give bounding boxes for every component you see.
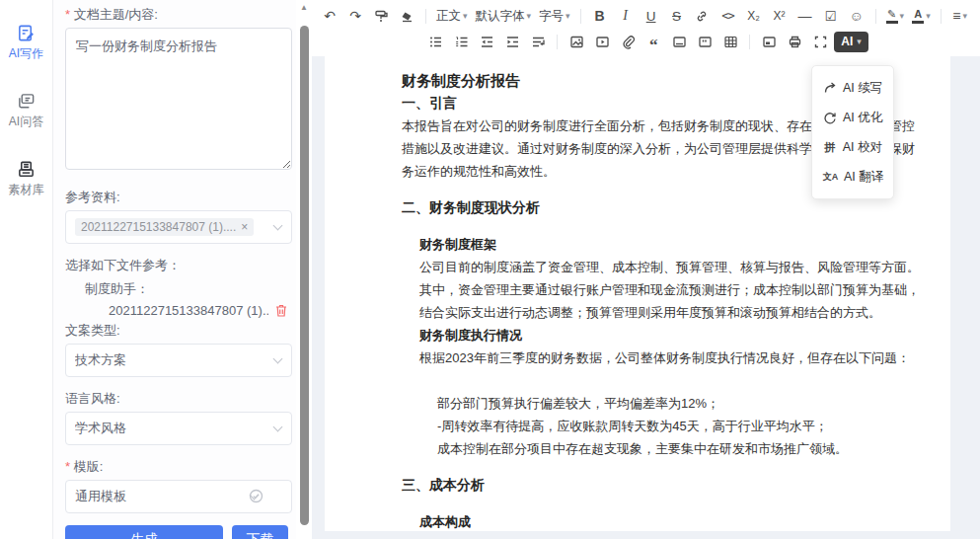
bold-icon[interactable]: B [588,5,612,27]
link-icon[interactable] [691,5,715,27]
doc-block: 财务制度框架 [419,233,924,256]
ai-translate-icon: 文A [823,171,838,184]
ai-writing-icon [17,24,36,42]
doc-block: 二、财务制度现状分析 [402,196,924,219]
indent-icon[interactable] [500,31,524,52]
remove-tag-icon[interactable]: × [241,220,248,234]
ai-optimize-icon [823,111,837,124]
reference-tag-text: 2021122715133847807 (1).... [81,220,236,234]
doc-block: 根据2023年前三季度的财务数据，公司整体财务制度执行情况良好，但存在以下问题： [419,346,924,369]
menu-item-label: AI 校对 [843,139,882,156]
scrollbar-thumb[interactable] [300,26,309,525]
underline-icon[interactable]: U [640,5,663,27]
divider-icon[interactable] [667,31,691,52]
style-select[interactable]: 学术风格 [65,412,292,445]
redo-icon[interactable]: ↷ [343,5,367,27]
ai-dropdown-menu: AI 续写 AI 优化 拼 AI 校对 文A AI 翻译 [811,65,894,199]
horizontal-rule-icon[interactable]: — [793,5,817,27]
file-row: 2021122715133847807 (1).... [109,303,288,318]
delete-file-icon[interactable] [274,303,288,318]
align-dropdown[interactable]: ≡ ▾ [948,5,972,27]
print-icon[interactable] [783,31,806,52]
line-break-icon[interactable] [526,31,550,52]
font-size-dropdown[interactable]: 字号 ▾ [536,5,573,27]
scroll-up-icon[interactable]: ▲ [299,3,309,12]
blockquote-icon[interactable]: “ [641,31,665,52]
doc-block: 成本构成 [419,510,924,531]
chevron-down-icon: ▾ [857,37,862,46]
chevron-down-icon [273,423,283,432]
menu-item-label: AI 翻译 [844,169,883,186]
strikethrough-icon[interactable]: S [665,5,689,27]
menu-item-ai-proofread[interactable]: 拼 AI 校对 [812,132,893,162]
reference-tag: 2021122715133847807 (1).... × [75,218,254,236]
embed-frame-icon[interactable] [757,31,781,52]
topic-input[interactable]: 写一份财务制度分析报告 [65,28,292,170]
copy-type-label: 文案类型: [65,322,288,339]
highlight-pen-icon: ✎ [886,9,898,24]
sidebar: AI写作 AI问答 素材库 [0,0,53,539]
clear-format-icon[interactable] [395,5,418,27]
menu-item-ai-translate[interactable]: 文A AI 翻译 [812,162,893,192]
superscript-icon[interactable]: X² [768,5,792,27]
highlight-pen-dropdown[interactable]: ✎ ▾ [883,5,908,27]
reference-label: 参考资料: [65,189,288,205]
subscript-icon[interactable]: X₂ [742,5,766,27]
sidebar-item-ai-qa[interactable]: AI问答 [9,92,43,130]
menu-item-label: AI 续写 [843,80,882,97]
chevron-down-icon [273,221,283,231]
chevron-down-icon: ▾ [565,11,570,21]
video-icon[interactable] [590,31,614,52]
circle-check-icon [249,489,264,506]
template-value: 通用模板 [75,488,126,505]
format-painter-icon[interactable] [369,5,393,27]
chevron-down-icon: ▾ [962,11,967,21]
font-color-dropdown[interactable]: A ▾ [909,5,934,27]
inline-code-icon[interactable]: <> [716,5,740,27]
copy-type-select[interactable]: 技术方案 [65,344,292,377]
doc-block: 财务制度执行情况 [419,324,924,346]
sidebar-item-label: 素材库 [9,182,44,198]
reference-select[interactable]: 2021122715133847807 (1).... × [65,210,292,244]
outdent-icon[interactable] [475,31,498,52]
italic-icon[interactable]: I [614,5,638,27]
template-select[interactable]: 通用模板 [65,480,292,513]
menu-item-ai-optimize[interactable]: AI 优化 [812,103,893,132]
undo-icon[interactable]: ↶ [318,5,341,27]
form-scrollbar: ▲ [296,0,312,539]
ai-continue-icon [823,81,837,95]
align-icon: ≡ [952,8,960,24]
ordered-list-icon[interactable] [449,31,473,52]
emoji-icon[interactable]: ☺ [845,5,868,27]
chevron-down-icon: ▾ [926,11,931,21]
sidebar-item-ai-writing[interactable]: AI写作 [9,24,43,62]
sidebar-item-material-library[interactable]: 素材库 [9,160,44,198]
download-button[interactable]: 下载 [232,525,288,539]
editor-toolbar: ↶ ↷ 正文 ▾ 默认字体 [312,0,980,56]
toolbar-row-2: “ [318,29,974,54]
ai-dropdown-button[interactable]: AI ▾ [834,32,868,52]
menu-item-ai-continue[interactable]: AI 续写 [812,73,893,103]
paragraph-style-dropdown[interactable]: 正文 ▾ [433,5,471,27]
bullet-list-icon[interactable] [423,31,447,52]
doc-block: 公司目前的制度涵盖了资金管理、成本控制、预算管理、核算与报告、风险管理等方面。其… [419,256,924,324]
font-family-dropdown[interactable]: 默认字体 ▾ [473,5,535,27]
toolbar-row-1: ↶ ↷ 正文 ▾ 默认字体 [318,3,974,29]
attachment-icon[interactable] [616,31,640,52]
fullscreen-icon[interactable] [808,31,832,52]
todo-checkbox-icon[interactable]: ☑ [819,5,843,27]
code-block-icon[interactable] [693,31,716,52]
table-icon[interactable] [718,31,742,52]
chevron-down-icon: ▾ [900,11,905,21]
copy-type-value: 技术方案 [75,351,126,369]
file-section-label: 选择如下文件参考： [65,257,288,273]
font-color-icon: A [912,9,924,24]
style-label: 语言风格: [65,390,288,407]
generate-button[interactable]: 生成 [65,525,223,539]
topic-label: 文档主题/内容: [65,6,288,23]
style-value: 学术风格 [75,420,126,437]
chevron-down-icon [273,354,283,364]
doc-block: 部分部门预算执行偏差较大，平均偏差率为12%； [437,392,924,415]
image-icon[interactable] [565,31,588,52]
doc-block: 成本控制在部分项目中存在超支现象，主要集中在研发和市场推广领域。 [437,437,924,460]
